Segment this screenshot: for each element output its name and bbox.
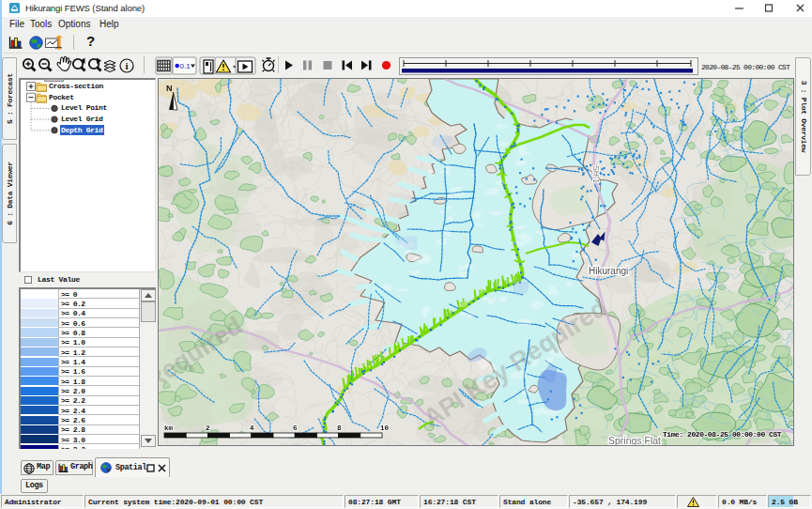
svg-text:6: 6 <box>293 424 298 432</box>
svg-text:8: 8 <box>337 424 342 432</box>
svg-text:Springs Flat: Springs Flat <box>608 435 661 445</box>
svg-text:4: 4 <box>250 424 254 432</box>
svg-text:i: i <box>125 60 128 71</box>
svg-text:SH 1: SH 1 <box>591 165 601 183</box>
svg-text:Time: 2020-08-25 00:00:00 CST: Time: 2020-08-25 00:00:00 CST <box>663 430 782 439</box>
svg-text:Hikurangi: Hikurangi <box>589 266 628 276</box>
svg-text:N: N <box>166 84 173 93</box>
svg-text:0.1: 0.1 <box>180 62 192 70</box>
svg-text:km: km <box>164 424 174 432</box>
svg-text:2: 2 <box>206 424 210 432</box>
svg-text:10: 10 <box>380 424 390 432</box>
